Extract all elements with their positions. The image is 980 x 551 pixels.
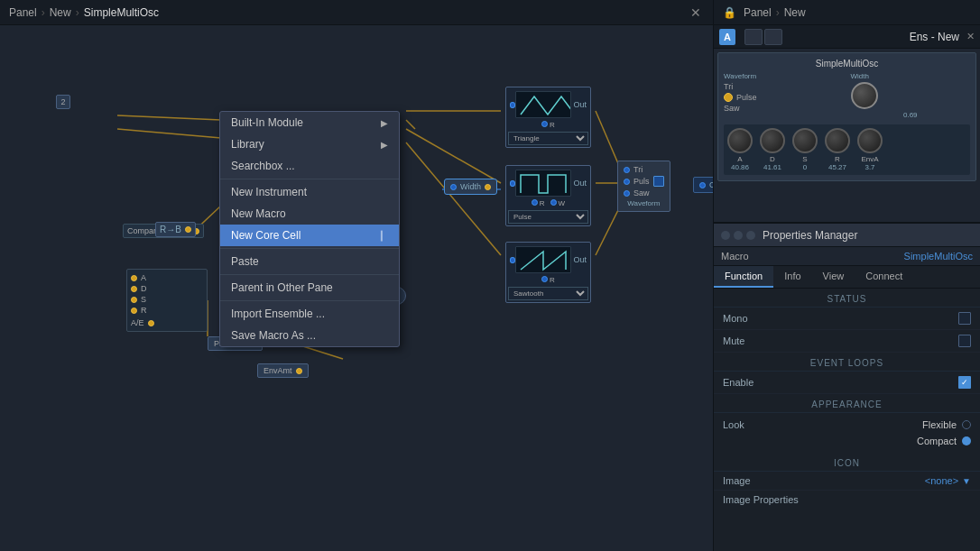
adsr-a-row: A xyxy=(131,273,203,282)
adsr-enva-val: 3.7 xyxy=(864,163,874,171)
image-value-text: <none> xyxy=(925,475,958,486)
enable-checkbox[interactable]: ✓ xyxy=(958,376,971,389)
saw-out-label: Out xyxy=(573,255,587,264)
ens-instrument: SimpleMultiOsc Waveform Tri Pulse Saw xyxy=(717,52,976,181)
tab-view[interactable]: View xyxy=(812,266,855,288)
tri-port-r xyxy=(541,121,548,127)
ens-tab-1[interactable] xyxy=(744,29,763,45)
ctx-paste-label: Paste xyxy=(231,255,259,268)
pulse-waveform xyxy=(515,170,571,197)
ctx-new-core-cell[interactable]: New Core Cell ▎ xyxy=(220,225,399,246)
pulse-port-r-label: R xyxy=(540,199,545,207)
props-circles xyxy=(721,231,755,240)
saw-port-r-label: R xyxy=(550,276,555,284)
mixer-node[interactable]: Tri Puls Saw Waveform xyxy=(617,161,670,212)
mono-checkbox[interactable] xyxy=(958,312,971,325)
dropdown-arrow-icon: ▼ xyxy=(962,476,971,486)
pulse-node[interactable]: Out R W Pulse xyxy=(505,165,591,226)
ens-wf-saw: Saw xyxy=(724,104,844,113)
pulse-selector[interactable]: Pulse xyxy=(508,210,588,224)
ctx-new-instrument-label: New Instrument xyxy=(231,186,307,198)
props-body: STATUS Mono Mute EVENT LOOPS Enable ✓ AP… xyxy=(714,289,980,551)
close-button[interactable]: ✕ xyxy=(688,5,704,21)
adsr-s: S 0 xyxy=(792,128,818,171)
ctx-library[interactable]: Library ▶ xyxy=(220,133,399,155)
triangle-node[interactable]: Out R Triangle xyxy=(505,87,591,148)
envamt-label: EnvAmt xyxy=(263,366,292,375)
ctx-paste[interactable]: Paste xyxy=(220,251,399,272)
ctx-import[interactable]: Import Ensemble ... xyxy=(220,303,399,325)
pulse-port-w xyxy=(550,199,557,206)
adsr-s-row: S xyxy=(131,295,203,304)
sawtooth-selector[interactable]: Sawtooth xyxy=(508,287,588,300)
ens-wf-pulse: Pulse xyxy=(724,93,844,102)
port-d xyxy=(131,286,137,292)
right-breadcrumb-panel[interactable]: Panel xyxy=(744,6,772,19)
tri-out-label: Out xyxy=(573,100,587,109)
pulse-out-label: Out xyxy=(573,179,587,188)
adsr-d-knob[interactable] xyxy=(760,128,785,153)
sawtooth-node[interactable]: Out R Sawtooth xyxy=(505,242,591,303)
props-tabs: Function Info View Connect xyxy=(714,266,980,289)
mixer-waveform-label: Waveform xyxy=(624,199,664,207)
sep1: › xyxy=(42,6,45,19)
properties-manager: Properties Manager Macro SimpleMultiOsc … xyxy=(714,224,980,551)
ens-name: Ens - New xyxy=(910,31,959,43)
adsr-enva-knob[interactable] xyxy=(857,128,883,153)
tab-connect[interactable]: Connect xyxy=(855,266,913,288)
ens-wf-saw-label: Saw xyxy=(724,104,740,113)
ctx-new-instrument[interactable]: New Instrument xyxy=(220,181,399,203)
tab-info[interactable]: Info xyxy=(773,266,811,288)
r2b-node[interactable]: R→B xyxy=(155,222,196,237)
props-title: Properties Manager xyxy=(763,229,857,242)
flexible-radio[interactable] xyxy=(962,420,971,429)
ens-close-button[interactable]: ✕ xyxy=(966,31,975,42)
mixer-tri-port xyxy=(624,167,630,173)
mute-label: Mute xyxy=(723,335,958,346)
image-props-label: Image Properties xyxy=(723,494,799,505)
out-node[interactable]: Out 1 xyxy=(693,177,713,193)
mixer-saw-port xyxy=(624,190,630,197)
image-dropdown[interactable]: <none> ▼ xyxy=(925,475,971,486)
adsr-enva: EnvA 3.7 xyxy=(857,128,883,171)
ens-tab-2[interactable] xyxy=(764,29,782,45)
adsr-a-letter: A xyxy=(737,155,742,163)
port-a xyxy=(131,275,137,281)
circle-3 xyxy=(746,231,755,240)
ctx-library-label: Library xyxy=(231,138,264,151)
breadcrumb-new[interactable]: New xyxy=(50,6,71,19)
ctx-searchbox-label: Searchbox ... xyxy=(231,160,295,172)
ctx-searchbox[interactable]: Searchbox ... xyxy=(220,155,399,177)
compact-radio[interactable] xyxy=(962,436,971,445)
props-row-mute: Mute xyxy=(714,330,980,353)
ctx-save-macro[interactable]: Save Macro As ... xyxy=(220,325,399,346)
adsr-s-knob[interactable] xyxy=(792,128,818,153)
ctx-new-macro[interactable]: New Macro xyxy=(220,203,399,225)
envamt-node[interactable]: EnvAmt xyxy=(257,363,309,378)
adsr-r-knob[interactable] xyxy=(825,128,850,153)
circle-2 xyxy=(734,231,743,240)
ens-width-knob[interactable]: 0.69 xyxy=(851,82,971,119)
ens-wf-pulse-label: Pulse xyxy=(736,93,757,102)
circle-1 xyxy=(721,231,730,240)
props-row-enable: Enable ✓ xyxy=(714,372,980,394)
mute-checkbox[interactable] xyxy=(958,335,971,347)
adsr-a: A 40.86 xyxy=(727,128,753,171)
svg-line-5 xyxy=(406,142,501,255)
tab-function[interactable]: Function xyxy=(714,266,773,288)
triangle-selector[interactable]: Triangle xyxy=(508,132,588,145)
breadcrumb-active: SimpleMultiOsc xyxy=(84,6,159,19)
adsr-a-knob[interactable] xyxy=(727,128,753,153)
width-port-right xyxy=(485,184,491,190)
mixer-saw-label: Saw xyxy=(633,188,650,197)
ctx-parent[interactable]: Parent in Other Pane xyxy=(220,277,399,298)
width-module[interactable]: Width xyxy=(444,179,497,195)
left-panel: Panel › New › SimpleMultiOsc ✕ xyxy=(0,0,713,551)
ens-waveform-col: Waveform Tri Pulse Saw xyxy=(724,72,844,119)
ctx-builtin[interactable]: Built-In Module ▶ xyxy=(220,112,399,133)
ens-waveform-width-row: Waveform Tri Pulse Saw xyxy=(724,72,970,119)
breadcrumb-panel[interactable]: Panel xyxy=(9,6,37,19)
adsr-d-row: D xyxy=(131,284,203,293)
ctx-sep3 xyxy=(220,274,399,275)
props-macro-label: Macro xyxy=(721,251,775,262)
